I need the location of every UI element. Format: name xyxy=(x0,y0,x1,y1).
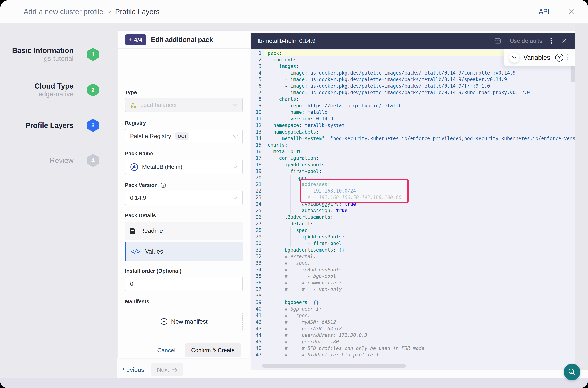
install-order-label: Install order (Optional) xyxy=(125,268,181,274)
info-icon[interactable] xyxy=(160,182,166,188)
code-line: 6 - image: us-docker.pkg.dev/palette-ima… xyxy=(251,83,575,89)
right-gutter xyxy=(575,24,588,370)
editor-header: lb-metallb-helm 0.14.9 Use defaults xyxy=(251,33,575,49)
code-line: 43 # peerASN: 64512 xyxy=(251,325,575,332)
line-number: 42 xyxy=(251,319,264,325)
code-line: 45 # peerPort: 180 xyxy=(251,339,575,345)
manifests-label: Manifests xyxy=(125,299,149,305)
code-line: 30 - first-pool xyxy=(251,240,575,247)
new-manifest-button[interactable]: New manifest xyxy=(125,313,243,330)
cancel-button[interactable]: Cancel xyxy=(157,347,176,354)
step-sub-cloud-type: edge-native xyxy=(0,90,73,98)
line-number: 6 xyxy=(251,83,264,89)
step-badge-basic-information[interactable]: 1 xyxy=(87,48,99,61)
breadcrumb-current: Profile Layers xyxy=(115,8,160,16)
line-number: 44 xyxy=(251,332,264,339)
pack-name-value: MetalLB (Helm) xyxy=(142,164,229,170)
editor-menu-button[interactable] xyxy=(549,36,553,46)
line-number: 33 xyxy=(251,260,264,266)
tab-values[interactable]: </> Values xyxy=(125,242,243,261)
pack-version-value: 0.14.9 xyxy=(130,194,229,201)
sidebar-item-review[interactable]: Review xyxy=(0,156,73,165)
code-line: 47 # # bfdProfile: bfd-profile-1 xyxy=(251,352,575,358)
pack-version-select[interactable]: 0.14.9 xyxy=(125,191,243,205)
edit-pack-panel: + 4/4 Edit additional pack Type Load bal… xyxy=(117,31,250,358)
code-line: 18 ipaddresspools: xyxy=(251,161,575,168)
variables-collapse-button[interactable] xyxy=(509,52,520,63)
gutter-divider xyxy=(267,49,268,370)
next-button[interactable]: Next xyxy=(152,364,183,376)
registry-select[interactable]: Palette Registry OCI xyxy=(125,129,243,143)
step-number: 2 xyxy=(91,87,95,94)
line-number: 37 xyxy=(251,286,264,292)
line-number: 15 xyxy=(251,142,264,148)
oci-badge: OCI xyxy=(175,132,189,140)
step-badge-review[interactable]: 4 xyxy=(87,154,99,167)
close-wizard-button[interactable] xyxy=(566,7,576,16)
code-line: 35 # - bgp-pool xyxy=(251,273,575,279)
code-line: 23 # - 192.168.100.50-192.168.100.60 xyxy=(251,194,575,201)
line-number: 9 xyxy=(251,102,264,109)
code-line: 22 - 192.168.10.0/24 xyxy=(251,188,575,194)
api-link[interactable]: API xyxy=(539,8,549,16)
breadcrumb-parent[interactable]: Add a new cluster profile xyxy=(24,8,103,16)
chevron-down-icon xyxy=(233,196,238,199)
sidebar-item-cloud-type[interactable]: Cloud Type xyxy=(0,82,73,90)
kebab-menu-icon xyxy=(567,53,569,62)
edit-pack-header: + 4/4 Edit additional pack xyxy=(118,31,250,49)
code-line: 29 ipAddressPools: xyxy=(251,234,575,240)
tab-readme[interactable]: Readme xyxy=(125,222,243,240)
code-line: 21 addresses: xyxy=(251,181,575,188)
readme-document-icon xyxy=(129,227,136,234)
pack-name-select[interactable]: MetalLB (Helm) xyxy=(125,160,243,174)
code-line: 36 # # communities: xyxy=(251,279,575,286)
code-line: 9 - repo: https://metallb.github.io/meta… xyxy=(251,102,575,109)
code-line: 4 - image: us-docker.pkg.dev/palette-ima… xyxy=(251,70,575,76)
sidebar-item-profile-layers[interactable]: Profile Layers xyxy=(0,121,73,129)
diff-compare-icon xyxy=(494,37,502,45)
editor-close-button[interactable] xyxy=(560,37,568,45)
plus-circle-icon xyxy=(160,318,168,325)
breadcrumb: Add a new cluster profile > Profile Laye… xyxy=(24,0,159,23)
code-line: 13 namespaceLabels: xyxy=(251,129,575,135)
line-number: 16 xyxy=(251,148,264,155)
code-line: 25 autoAssign: true xyxy=(251,207,575,214)
line-number: 20 xyxy=(251,174,264,181)
horizontal-scrollbar[interactable] xyxy=(262,364,406,368)
close-icon xyxy=(567,8,575,16)
type-select[interactable]: Load balancer xyxy=(125,98,243,112)
search-fab-button[interactable] xyxy=(564,364,580,380)
step-badge-profile-layers[interactable]: 3 xyxy=(87,119,99,132)
line-number: 38 xyxy=(251,292,264,299)
step-badge-cloud-type[interactable]: 2 xyxy=(87,83,99,97)
code-line: 33 # spec: xyxy=(251,260,575,266)
line-number: 45 xyxy=(251,339,264,345)
code-line: 44 # peerAddress: 172.30.0.3 xyxy=(251,332,575,339)
line-number: 23 xyxy=(251,194,264,201)
pack-version-label: Pack Version xyxy=(125,182,166,188)
line-number: 13 xyxy=(251,129,264,135)
line-number: 26 xyxy=(251,214,264,220)
line-number: 29 xyxy=(251,234,264,240)
code-line: 24 avoidBuggyIPs: true xyxy=(251,201,575,207)
help-icon[interactable]: ? xyxy=(555,53,563,62)
line-number: 39 xyxy=(251,299,264,306)
use-defaults-button[interactable]: Use defaults xyxy=(510,38,542,44)
editor-title: lb-metallb-helm 0.14.9 xyxy=(258,38,493,44)
vertical-scrollbar[interactable] xyxy=(571,66,575,82)
registry-value: Palette Registry xyxy=(130,133,171,140)
yaml-code-editor[interactable]: 1pack:2 content:3 images:4 - image: us-d… xyxy=(251,49,575,370)
confirm-create-button[interactable]: Confirm & Create xyxy=(185,343,241,357)
line-number: 47 xyxy=(251,352,264,358)
line-number: 11 xyxy=(251,116,264,122)
diff-view-button[interactable] xyxy=(493,36,502,46)
previous-button[interactable]: Previous xyxy=(120,366,144,373)
install-order-input[interactable]: 0 xyxy=(125,277,243,291)
load-balancer-icon xyxy=(130,102,136,108)
variables-menu-button[interactable] xyxy=(567,53,569,63)
code-line: 28 spec: xyxy=(251,227,575,234)
sidebar-item-basic-information[interactable]: Basic Information xyxy=(0,47,73,55)
line-number: 28 xyxy=(251,227,264,234)
code-line: 14 "metallb-system": "pod-security.kuber… xyxy=(251,135,575,142)
breadcrumb-separator-icon: > xyxy=(107,8,111,15)
